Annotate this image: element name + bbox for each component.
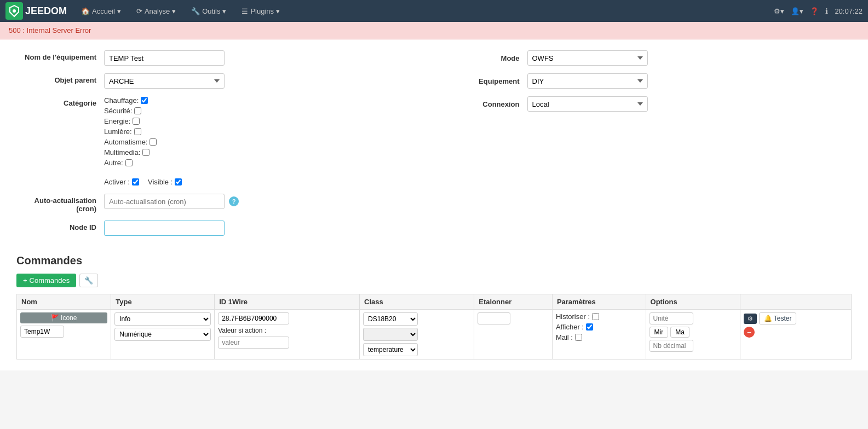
col-actions (740, 294, 851, 310)
parent-object-group: Objet parent ARCHE (16, 73, 407, 89)
remove-button[interactable]: − (744, 327, 755, 338)
equipment-name-group: Nom de l'équipement (16, 50, 407, 66)
params-col: Historiser : Afficher : Mail : (556, 312, 642, 341)
visible-label: Visible : (148, 178, 182, 186)
connexion-label: Connexion (462, 100, 527, 108)
equipement-group: Equipement DIY (462, 73, 852, 89)
category-automatisme-checkbox[interactable] (150, 138, 157, 146)
error-bar: 500 : Internal Server Error (0, 22, 868, 39)
parent-object-label: Objet parent (16, 73, 104, 84)
wrench-button[interactable]: 🔧 (79, 274, 98, 287)
category-energie-checkbox[interactable] (133, 118, 140, 125)
parent-object-select[interactable]: ARCHE (104, 73, 225, 89)
home-icon: 🏠 (81, 7, 90, 15)
nav-outils[interactable]: 🔧 Outils ▾ (185, 4, 233, 19)
unite-input[interactable] (649, 312, 693, 324)
add-commands-button[interactable]: + Commandes (16, 274, 76, 287)
mir-ma-row: Mir Ma (649, 327, 737, 338)
class-select[interactable]: DS18B20 (363, 312, 418, 326)
mode-group: Mode OWFS (462, 50, 852, 66)
afficher-checkbox[interactable] (586, 323, 593, 331)
node-id-input[interactable] (104, 221, 225, 236)
auto-actualisation-label: Auto-actualisation(cron) (16, 194, 104, 213)
icon-button[interactable]: 🚩 Icone (20, 312, 107, 323)
etalonner-input[interactable] (478, 312, 510, 324)
activer-checkbox[interactable] (132, 178, 139, 185)
auto-actualisation-group: Auto-actualisation(cron) ? (16, 194, 407, 213)
brand-text: JEEDOM (25, 5, 67, 17)
valeur-si-action-input[interactable] (218, 337, 289, 349)
node-id-group: Node ID (16, 221, 407, 236)
category-automatisme-label: Automatisme: (104, 138, 147, 146)
navbar: JEEDOM 🏠 Accueil ▾ ⟳ Analyse ▾ 🔧 Outils … (0, 0, 868, 22)
connexion-select[interactable]: Local (527, 96, 648, 112)
class-temperature-select[interactable]: temperature (363, 343, 418, 356)
category-autre: Autre: (104, 159, 157, 167)
nav-accueil[interactable]: 🏠 Accueil ▾ (74, 4, 128, 19)
visible-checkbox[interactable] (175, 178, 182, 185)
historiser-checkbox[interactable] (592, 313, 599, 320)
user-icon[interactable]: 👤▾ (791, 7, 803, 15)
form-left: Nom de l'équipement Objet parent ARCHE C… (16, 50, 407, 244)
chevron-down-icon: ▾ (117, 7, 121, 15)
activer-label: Activer : (104, 178, 139, 186)
auto-actualisation-input[interactable] (104, 194, 225, 209)
category-lumiere-checkbox[interactable] (134, 128, 141, 135)
id1wire-input[interactable] (218, 312, 289, 324)
help-icon-nav[interactable]: ❓ (810, 7, 819, 15)
mail-label: Mail : (556, 333, 573, 341)
category-autre-checkbox[interactable] (125, 159, 133, 166)
nav-analyse[interactable]: ⟳ Analyse ▾ (130, 4, 182, 19)
chevron-down-icon-3: ▾ (222, 7, 226, 15)
ma-button[interactable]: Ma (670, 327, 689, 338)
nb-decimal-input[interactable] (649, 340, 693, 352)
gear-settings-icon[interactable]: ⚙▾ (774, 7, 784, 15)
svg-point-1 (13, 9, 16, 13)
activer-text: Activer : (104, 178, 130, 186)
nav-outils-label: Outils (202, 7, 220, 15)
gear-button[interactable]: ⚙ (744, 314, 757, 324)
category-securite-checkbox[interactable] (134, 107, 141, 114)
tester-button[interactable]: 🔔 Tester (759, 312, 797, 324)
category-multimedia: Multimedia: (104, 148, 157, 156)
category-multimedia-label: Multimedia: (104, 148, 140, 156)
afficher-row: Afficher : (556, 323, 642, 331)
mode-select[interactable]: OWFS (527, 50, 648, 66)
mir-button[interactable]: Mir (649, 327, 669, 338)
equipement-label: Equipement (462, 77, 527, 85)
subtype-select[interactable]: Numérique (114, 328, 211, 341)
class-sub-select[interactable] (363, 328, 418, 341)
plugins-icon: ☰ (242, 7, 248, 15)
table-row: 🚩 Icone Info Numérique (17, 310, 852, 360)
type-select[interactable]: Info (114, 312, 211, 326)
equipement-select[interactable]: DIY (527, 73, 648, 89)
cell-nom: 🚩 Icone (17, 310, 111, 360)
activer-visible-group: Activer : Visible : (16, 175, 407, 186)
nav-plugins[interactable]: ☰ Plugins ▾ (235, 4, 286, 19)
name-input[interactable] (20, 326, 64, 338)
mail-checkbox[interactable] (575, 334, 582, 341)
cell-id1wire: Valeur si action : (215, 310, 360, 360)
options-col: Mir Ma (649, 312, 737, 352)
equipment-name-input[interactable] (104, 50, 225, 66)
info-icon-nav[interactable]: ℹ (825, 7, 828, 15)
commands-toolbar: + Commandes 🔧 (16, 274, 852, 287)
nav-analyse-label: Analyse (145, 7, 170, 15)
cell-parametres: Historiser : Afficher : Mail : (552, 310, 646, 360)
category-lumiere-label: Lumière: (104, 127, 132, 136)
form-right: Mode OWFS Equipement DIY Connexion Local (429, 50, 852, 244)
logo-icon (5, 2, 23, 20)
col-nom: Nom (17, 294, 111, 310)
category-securite: Sécurité: (104, 107, 157, 115)
error-message: 500 : Internal Server Error (9, 26, 91, 34)
table-header: Nom Type ID 1Wire Class Etalonner Paramè… (17, 294, 852, 310)
afficher-label: Afficher : (556, 323, 584, 331)
category-multimedia-checkbox[interactable] (142, 149, 150, 156)
help-icon-cron[interactable]: ? (229, 196, 239, 206)
historiser-label: Historiser : (556, 312, 590, 321)
category-chauffage-label: Chauffage: (104, 96, 139, 105)
category-chauffage-checkbox[interactable] (141, 97, 148, 104)
bell-icon: 🔔 (764, 315, 772, 322)
table-body: 🚩 Icone Info Numérique (17, 310, 852, 360)
col-options: Options (646, 294, 740, 310)
